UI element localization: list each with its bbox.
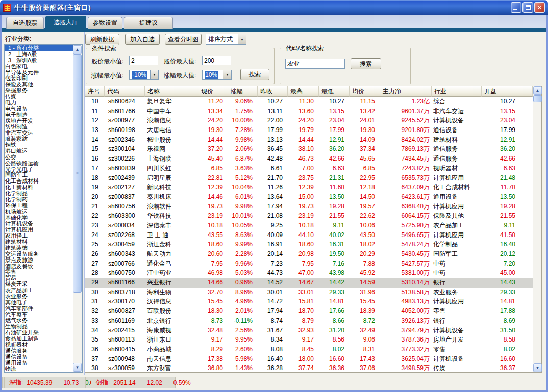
- scroll-down-icon[interactable]: ▼: [73, 363, 82, 372]
- table-row[interactable]: 32 sh600827 百联股份 18.30 2.01% 17.94 18.70…: [85, 306, 533, 316]
- industry-list-item[interactable]: 钢铁: [5, 142, 73, 148]
- industry-list-item[interactable]: 景点及旅游: [5, 257, 73, 264]
- industry-list-item[interactable]: 纺织制造: [5, 124, 73, 130]
- industry-list-item[interactable]: 公交: [5, 154, 73, 161]
- industry-list-item[interactable]: 港口航运: [5, 148, 73, 154]
- table-row[interactable]: 35 sh600113 浙江东日 9.17 9.95% 8.34 9.17 8.…: [85, 335, 533, 345]
- industry-list-item[interactable]: 通信设备: [5, 354, 73, 360]
- price-min-input[interactable]: [129, 56, 158, 65]
- industry-list-item[interactable]: 机场航运: [5, 209, 73, 215]
- industry-list-item[interactable]: 通信服务: [5, 348, 73, 354]
- table-row[interactable]: 31 sz300170 汉得信息 15.45 4.96% 14.72 15.81…: [85, 297, 533, 306]
- industry-list-item[interactable]: 基础化学: [5, 215, 73, 221]
- add-to-watchlist-button[interactable]: 加入自选: [125, 34, 160, 45]
- industry-list-item[interactable]: 建筑装饰: [5, 245, 73, 251]
- industry-list-item[interactable]: 建筑材料: [5, 239, 73, 245]
- view-chart-button[interactable]: 查看分时图: [165, 34, 202, 45]
- table-column-header[interactable]: 最高: [288, 86, 319, 97]
- industry-list-item[interactable]: 国防军工: [5, 172, 73, 178]
- table-row[interactable]: 28 sh600750 江中药业 46.98 5.03% 44.73 47.00…: [85, 268, 533, 278]
- table-column-header[interactable]: 最低: [319, 86, 350, 97]
- table-row[interactable]: 27 sz000766 通化金马 7.95 9.96% 7.23 7.95 7.…: [85, 259, 533, 269]
- sidebar-scrollbar[interactable]: ▲ ≡ ▼: [73, 45, 82, 372]
- sort-mode-dropdown[interactable]: 排序方式 ▼: [206, 34, 246, 45]
- scrollbar-thumb[interactable]: ≡: [73, 54, 82, 293]
- minimize-button[interactable]: [511, 2, 521, 13]
- scroll-up-icon[interactable]: ▲: [73, 45, 82, 54]
- industry-list-item[interactable]: 电气设备: [5, 106, 73, 112]
- industry-list-item[interactable]: 煤炭开采: [5, 281, 73, 288]
- industry-list-item[interactable]: 视听器材: [5, 342, 73, 348]
- change-max-dropdown[interactable]: 10% ▼: [202, 70, 232, 80]
- industry-list-item[interactable]: 农产品加工: [5, 288, 73, 294]
- industry-list-item[interactable]: 1 - 所有分类: [5, 45, 73, 51]
- chevron-down-icon[interactable]: ▼: [150, 70, 158, 79]
- table-column-header[interactable]: 序号: [85, 86, 105, 97]
- industry-list-item[interactable]: 3 - 深圳A股: [5, 58, 73, 64]
- industry-list-item[interactable]: 贸易: [5, 275, 73, 281]
- industry-list-item[interactable]: 光学光电子: [5, 167, 73, 173]
- table-row[interactable]: 20 sz000837 秦川机床 14.46 6.01% 13.64 15.00…: [85, 192, 533, 202]
- change-min-dropdown[interactable]: -10% ▼: [129, 70, 159, 80]
- table-column-header[interactable]: 涨幅: [228, 86, 258, 97]
- maximize-button[interactable]: [522, 2, 533, 13]
- industry-list-item[interactable]: 酒店及餐饮: [5, 264, 73, 270]
- industry-list-item[interactable]: 非汽车交运: [5, 130, 73, 136]
- industry-list-item[interactable]: 半导体及元件: [5, 70, 73, 76]
- scroll-up-icon[interactable]: ▲: [533, 86, 542, 95]
- table-row[interactable]: 10 sh600624 复旦复华 11.20 9.06% 10.27 11.30…: [85, 97, 533, 107]
- industry-list-item[interactable]: 电子制造: [5, 112, 73, 118]
- tab[interactable]: 选股大厅: [45, 16, 86, 29]
- industry-list-item[interactable]: 零售: [5, 269, 73, 275]
- table-row[interactable]: 36 sh600415 小商品城 8.29 2.60% 8.08 8.45 8.…: [85, 345, 533, 354]
- table-row[interactable]: 18 sz002439 启明星辰 22.81 5.12% 21.70 23.75…: [85, 173, 533, 183]
- industry-list-item[interactable]: 化工新材料: [5, 185, 73, 191]
- code-search-input[interactable]: [285, 59, 345, 69]
- code-search-button[interactable]: 搜索: [351, 58, 381, 69]
- table-row[interactable]: 13 sh600198 大唐电信 19.30 7.28% 17.99 19.79…: [85, 125, 533, 135]
- table-row[interactable]: 30 sh603718 海利生物 32.70 8.96% 30.01 33.01…: [85, 288, 533, 297]
- table-row[interactable]: 29 sh601166 兴业银行 14.66 0.96% 14.52 14.67…: [85, 278, 533, 288]
- industry-list-item[interactable]: 化学制药: [5, 197, 73, 203]
- table-row[interactable]: 15 sz300104 乐视网 37.20 2.06% 36.45 38.10 …: [85, 144, 533, 154]
- industry-list-item[interactable]: 2 - 上海A股: [5, 51, 73, 58]
- table-row[interactable]: 22 sh603300 华铁科技 23.19 10.01% 21.08 23.1…: [85, 211, 533, 221]
- industry-list-item[interactable]: 物流: [5, 366, 73, 372]
- table-column-header[interactable]: 代码: [105, 86, 145, 97]
- table-row[interactable]: 11 sh601766 中国中车 13.34 1.75% 13.11 13.60…: [85, 107, 533, 116]
- tab[interactable]: 自选股票: [6, 17, 44, 29]
- industry-list-item[interactable]: 计算机应用: [5, 227, 73, 233]
- table-row[interactable]: 26 sh600343 航天动力 20.60 2.28% 20.14 20.98…: [85, 249, 533, 259]
- industry-list-item[interactable]: 服装家纺: [5, 136, 73, 142]
- table-column-header[interactable]: 名称: [145, 86, 198, 97]
- tab[interactable]: 提建议: [124, 17, 173, 29]
- table-row[interactable]: 25 sz300459 浙江金科 18.60 9.99% 16.91 18.60…: [85, 240, 533, 249]
- table-row[interactable]: 24 sz002268 卫 士 通 43.55 8.63% 40.09 44.1…: [85, 230, 533, 240]
- table-scrollbar[interactable]: ▲ ▼: [533, 86, 541, 372]
- table-row[interactable]: 33 sh601169 北京银行 8.73 -0.11% 8.74 8.79 8…: [85, 316, 533, 326]
- table-row[interactable]: 12 sz000977 浪潮信息 24.20 10.00% 22.00 24.2…: [85, 116, 533, 125]
- chevron-down-icon[interactable]: ▼: [238, 34, 246, 44]
- table-column-header[interactable]: 昨收: [258, 86, 288, 97]
- close-button[interactable]: ✕: [534, 2, 545, 13]
- table-column-header[interactable]: 开盘: [482, 86, 522, 97]
- table-row[interactable]: 19 sz002127 新民科技 12.39 10.04% 11.26 12.3…: [85, 182, 533, 192]
- table-row[interactable]: 34 sz002415 海康威视 32.48 2.56% 31.67 32.93…: [85, 326, 533, 335]
- table-column-header[interactable]: 现价: [198, 86, 228, 97]
- tab[interactable]: 参数设置: [88, 17, 122, 29]
- industry-list-item[interactable]: 汽车零部件: [5, 306, 73, 312]
- table-row[interactable]: 37 sz000948 南天信息 17.38 5.98% 16.40 18.00…: [85, 354, 533, 364]
- table-column-header[interactable]: 均价: [350, 86, 380, 97]
- table-row[interactable]: 38 sz300059 东方财富 36.80 1.43% 36.28 37.74…: [85, 363, 533, 372]
- industry-list-item[interactable]: 保险及其他: [5, 82, 73, 88]
- table-row[interactable]: 23 sz000034 深信泰丰 10.18 10.05% 9.25 10.18…: [85, 221, 533, 230]
- industry-list-item[interactable]: 家用轻工: [5, 233, 73, 239]
- industry-list-item[interactable]: 环保工程: [5, 203, 73, 209]
- industry-list-item[interactable]: 石油矿业开采: [5, 330, 73, 336]
- industry-list-item[interactable]: 计算机设备: [5, 221, 73, 227]
- industry-list-item[interactable]: 公路铁路运输: [5, 161, 73, 167]
- table-column-header[interactable]: 主力净: [380, 86, 432, 97]
- industry-list-item[interactable]: 其他电子: [5, 300, 73, 306]
- industry-list-item[interactable]: 生物制品: [5, 324, 73, 330]
- industry-list-item[interactable]: 白色家电: [5, 64, 73, 70]
